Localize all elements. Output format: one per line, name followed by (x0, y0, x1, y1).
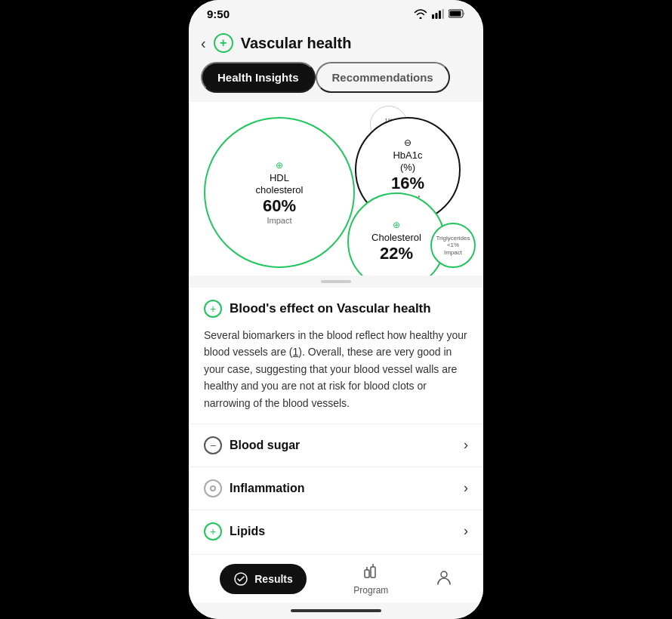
blood-section-icon: + (204, 300, 222, 318)
status-bar: 9:50 (189, 0, 483, 27)
cholesterol-percent: 22% (380, 244, 413, 263)
inflammation-circle-icon (204, 479, 222, 497)
blood-sugar-accordion[interactable]: − Blood sugar › (189, 424, 483, 467)
wifi-icon (414, 9, 427, 19)
nav-profile[interactable] (436, 569, 452, 589)
cholesterol-label: Cholesterol (371, 232, 421, 244)
page-title: Vascular health (241, 35, 352, 52)
blood-sugar-minus-icon: − (204, 436, 222, 454)
svg-rect-1 (436, 13, 438, 19)
hba1c-percent: 16% (391, 174, 424, 193)
reference-link[interactable]: 1 (293, 346, 299, 358)
hba1c-label: HbA1c(%) (393, 149, 422, 173)
svg-rect-8 (371, 567, 375, 577)
tab-recommendations[interactable]: Recommendations (316, 62, 450, 93)
lipids-accordion[interactable]: + Lipids › (189, 510, 483, 553)
hdl-percent: 60% (263, 196, 296, 216)
signal-icon (432, 9, 444, 19)
inflammation-left: Inflammation (204, 479, 305, 497)
blood-section-title: Blood's effect on Vascular health (230, 301, 431, 316)
blood-section-title-row: + Blood's effect on Vascular health (204, 300, 468, 318)
svg-point-11 (441, 571, 447, 577)
main-content: + Blood's effect on Vascular health Seve… (189, 288, 483, 554)
blood-effect-section: + Blood's effect on Vascular health Seve… (189, 288, 483, 424)
blood-section-body: Several biomarkers in the blood reflect … (204, 327, 468, 411)
tab-health-insights[interactable]: Health Insights (201, 62, 316, 93)
hdl-plus-icon: ⊕ (276, 160, 283, 171)
scroll-dot (321, 280, 351, 283)
bubble-chart: ⊕ HDLcholesterol 60% Impact 1%Impact ⊖ H… (189, 102, 483, 276)
triglycerides-bubble[interactable]: Triglycerides<1%Impact (430, 223, 476, 268)
battery-icon (449, 9, 465, 18)
inflammation-label: Inflammation (230, 482, 305, 495)
hba1c-minus-icon: ⊖ (404, 137, 412, 148)
status-time: 9:50 (207, 8, 230, 20)
home-bar (291, 609, 381, 612)
svg-rect-3 (442, 9, 445, 19)
nav-results[interactable]: Results (220, 564, 307, 594)
cholesterol-plus-icon: ⊕ (393, 220, 400, 230)
results-icon (233, 571, 248, 587)
hdl-label: HDLcholesterol (256, 172, 304, 196)
blood-sugar-label: Blood sugar (230, 439, 300, 452)
lipids-label: Lipids (230, 525, 265, 538)
back-button[interactable]: ‹ (201, 35, 206, 52)
blood-sugar-chevron: › (464, 437, 468, 453)
page-header: ‹ + Vascular health (189, 27, 483, 59)
hdl-sublabel: Impact (267, 216, 291, 225)
lipids-plus-icon: + (204, 522, 222, 540)
tabs-container: Health Insights Recommendations (189, 59, 483, 102)
lipids-left: + Lipids (204, 522, 265, 540)
home-indicator (189, 602, 483, 619)
bottom-nav: Results Program (189, 554, 483, 602)
svg-rect-7 (365, 570, 369, 577)
svg-rect-0 (432, 14, 434, 19)
vascular-health-icon: + (214, 33, 233, 53)
inflammation-accordion[interactable]: Inflammation › (189, 467, 483, 510)
status-icons (414, 9, 465, 19)
triglycerides-label: Triglycerides<1%Impact (434, 233, 471, 258)
scroll-indicator (189, 276, 483, 288)
blood-sugar-left: − Blood sugar (204, 436, 300, 454)
bubble-chart-section: ⊕ HDLcholesterol 60% Impact 1%Impact ⊖ H… (189, 102, 483, 276)
nav-program[interactable]: Program (353, 562, 388, 596)
results-label: Results (254, 573, 293, 585)
lipids-chevron: › (464, 523, 468, 539)
svg-rect-5 (450, 11, 461, 17)
svg-rect-2 (439, 11, 441, 19)
inflammation-chevron: › (464, 480, 468, 496)
program-icon (362, 562, 379, 582)
program-label: Program (353, 585, 388, 596)
person-icon (436, 569, 452, 589)
hdl-bubble[interactable]: ⊕ HDLcholesterol 60% Impact (204, 117, 355, 268)
